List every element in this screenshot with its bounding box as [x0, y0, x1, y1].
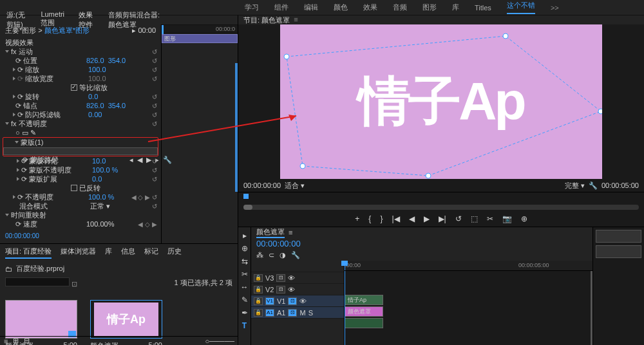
time-ruler[interactable]: :00:00 00:00:05:00 00:00:10:00 — [345, 261, 592, 271]
sequence-tab[interactable]: 颜色遮罩 — [256, 227, 285, 238]
tab-info[interactable]: 信息 — [121, 247, 135, 259]
ws-tab[interactable]: Titles — [475, 4, 491, 12]
prop-rotation[interactable]: ⟳ 旋转 — [17, 92, 88, 102]
export-frame-button[interactable]: 📷 — [502, 214, 512, 223]
prop-mask-expansion[interactable]: ⟳ 蒙版扩展 — [21, 174, 92, 184]
program-tc-out[interactable]: 00:00:05:00 — [601, 182, 639, 189]
source-patch[interactable]: A1 — [265, 309, 274, 317]
kf-nav[interactable]: ▸ 00:00 — [132, 26, 156, 35]
hand-tool[interactable]: ✒ — [242, 308, 248, 317]
prop-flicker[interactable]: ⟳ 防闪烁滤镜 — [17, 110, 88, 120]
reset-icon[interactable]: ↺ — [152, 48, 157, 55]
timeline-playhead[interactable] — [345, 261, 345, 270]
ws-tab[interactable]: 颜色 — [334, 3, 348, 12]
link-icon[interactable]: ⊂ — [269, 251, 274, 259]
ws-tab[interactable]: 图形 — [422, 3, 437, 12]
ws-tab[interactable]: 效果 — [363, 3, 377, 12]
freeform-view-icon[interactable]: ⊟ — [24, 337, 30, 345]
track-toggle[interactable]: ⊡ — [276, 274, 285, 282]
go-to-out-button[interactable]: ↺ — [455, 214, 462, 223]
program-timeline[interactable] — [238, 192, 644, 211]
prop-anchor[interactable]: ⟳ 锚点 — [15, 101, 86, 111]
program-canvas[interactable]: 情子Ap — [280, 24, 602, 179]
zoom-scroll[interactable] — [243, 205, 252, 210]
mask-pen-icon[interactable]: ✎ — [30, 129, 36, 137]
ws-tab[interactable]: 组件 — [274, 3, 289, 12]
pen-tool[interactable]: ✎ — [242, 295, 248, 304]
tab-markers[interactable]: 标记 — [144, 247, 158, 259]
razor-tool[interactable]: ✂ — [242, 270, 248, 279]
marker-icon[interactable]: ◑ — [279, 251, 286, 259]
extract-button[interactable]: ✂ — [487, 214, 493, 223]
program-playhead[interactable] — [243, 194, 249, 199]
quality-select[interactable]: 完整 ▾ — [565, 182, 585, 189]
filter-icon[interactable]: ⊡ — [71, 280, 77, 288]
prop-scale[interactable]: ⟳ 缩放 — [17, 65, 88, 75]
list-view-icon[interactable]: ≡ — [4, 337, 8, 345]
ws-tab[interactable]: 学习 — [245, 3, 259, 12]
uniform-scale-checkbox[interactable] — [71, 84, 77, 91]
panel-menu-icon[interactable]: ≡ — [289, 228, 292, 236]
add-marker-button[interactable]: + — [355, 214, 359, 223]
timeline-playhead-line[interactable] — [345, 271, 345, 345]
clip[interactable] — [345, 318, 383, 328]
go-to-in-button[interactable]: |◀ — [392, 214, 399, 223]
icon-view-icon[interactable]: ⊞ — [13, 337, 19, 345]
mark-out-button[interactable]: } — [380, 214, 383, 223]
tab-media-browser[interactable]: 媒体浏览器 — [61, 247, 96, 259]
seq-thumb[interactable] — [596, 230, 641, 243]
ec-timecode[interactable]: 00:00:00:00 — [0, 231, 161, 241]
timeline-tracks[interactable]: 情子Ap 颜色遮罩 — [345, 271, 592, 345]
blend-mode-select[interactable]: 正常 ▾ — [90, 201, 110, 211]
fx-time-remap[interactable]: 时间重映射 — [11, 210, 82, 220]
settings-icon[interactable]: 🔧 — [589, 182, 598, 189]
track-lock[interactable]: 🔒 — [254, 274, 263, 282]
play-button[interactable]: ▶ — [424, 214, 430, 223]
ec-playhead[interactable] — [162, 25, 164, 34]
search-input[interactable] — [5, 277, 70, 286]
prop-blend-mode[interactable]: 混合模式 — [19, 201, 90, 211]
ripple-tool[interactable]: ⇆ — [242, 257, 248, 266]
scrollbar[interactable] — [235, 63, 238, 192]
prop-mask-feather[interactable]: ⟳ 蒙版羽化 — [21, 156, 92, 166]
selection-tool[interactable]: ▸ — [243, 231, 247, 240]
tab-libraries[interactable]: 库 — [105, 247, 112, 259]
scrollbar[interactable] — [591, 271, 592, 345]
type-tool[interactable]: T — [242, 321, 247, 330]
seq-thumb[interactable] — [596, 245, 641, 258]
ws-tab[interactable]: 编辑 — [304, 3, 318, 12]
track-select-tool[interactable]: ⊕ — [242, 244, 248, 253]
clip[interactable]: 颜色遮罩 — [345, 306, 383, 317]
mask-item[interactable]: 蒙版(1) — [21, 138, 91, 147]
prop-speed[interactable]: ⟳ 速度 — [15, 219, 86, 229]
mask-inverted-checkbox[interactable] — [71, 185, 77, 191]
step-fwd-button[interactable]: ▶| — [439, 214, 446, 223]
button-editor[interactable]: ⊕ — [521, 214, 527, 223]
ws-tab-active[interactable]: 这个不错 — [507, 1, 535, 14]
prop-position[interactable]: ⟳ 位置 — [15, 56, 86, 66]
bin-icon[interactable]: 🗀 — [5, 265, 12, 273]
ws-tab[interactable]: 音频 — [393, 3, 407, 12]
lift-button[interactable]: ⬚ — [471, 214, 478, 223]
snap-icon[interactable]: ⁂ — [256, 251, 263, 259]
ec-clip-bar[interactable]: 图形 — [162, 34, 238, 43]
fx-motion[interactable]: fx 运动 — [11, 47, 82, 57]
mask-rect-icon[interactable]: ▭ — [22, 129, 28, 137]
ws-tab[interactable]: 库 — [452, 3, 459, 12]
clip[interactable]: 情子Ap — [345, 295, 383, 305]
settings-icon[interactable]: 🔧 — [291, 251, 300, 259]
panel-menu-icon[interactable]: ≡ — [294, 15, 300, 24]
prop-mask-opacity[interactable]: ⟳ 蒙版不透明度 — [21, 165, 92, 175]
prop-opacity[interactable]: ⟳ 不透明度 — [17, 192, 88, 202]
overflow-icon[interactable]: >> — [551, 4, 559, 12]
source-patch[interactable]: V1 — [265, 297, 274, 305]
zoom-select[interactable]: 适合 ▾ — [285, 182, 305, 189]
mask-shape[interactable] — [280, 24, 602, 179]
mask-ellipse-icon[interactable]: ○ — [15, 129, 20, 136]
mark-in-button[interactable]: { — [368, 214, 371, 223]
step-back-button[interactable]: ◀ — [409, 214, 415, 223]
slip-tool[interactable]: ↔ — [241, 283, 249, 292]
fx-opacity[interactable]: fx 不透明度 — [11, 119, 82, 129]
tab-history[interactable]: 历史 — [167, 247, 182, 259]
program-tc-in[interactable]: 00:00:00:00 — [243, 182, 281, 189]
